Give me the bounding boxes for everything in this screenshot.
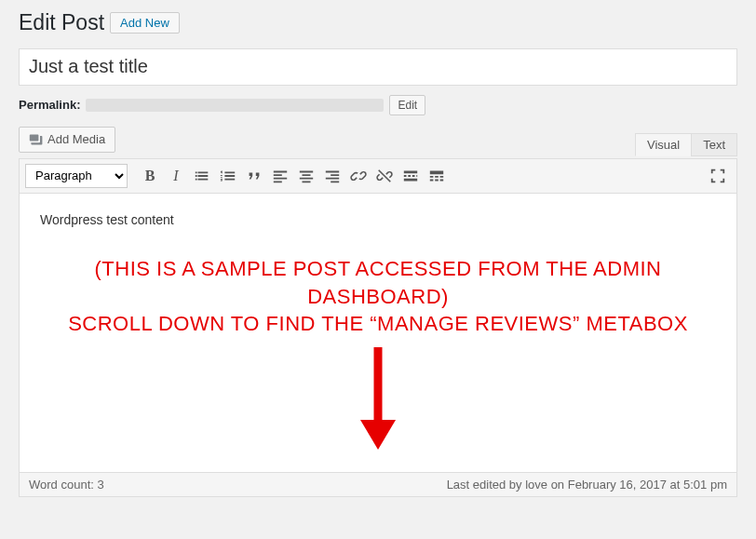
- editor-status-bar: Word count: 3 Last edited by love on Feb…: [19, 473, 737, 497]
- permalink-label: Permalink:: [19, 98, 80, 112]
- add-media-button[interactable]: Add Media: [19, 127, 115, 153]
- numbered-list-icon: [220, 168, 236, 184]
- tab-visual[interactable]: Visual: [635, 133, 692, 156]
- align-left-button[interactable]: [267, 163, 293, 189]
- unlink-icon: [376, 168, 393, 184]
- page-title: Edit Post: [19, 9, 104, 37]
- editor-toolbar: Paragraph B I: [19, 158, 737, 194]
- permalink-url-blurred: [86, 99, 384, 112]
- readmore-button[interactable]: [398, 163, 424, 189]
- post-content: Wordpress test content: [40, 212, 716, 227]
- word-count: Word count: 3: [29, 478, 104, 492]
- add-new-button[interactable]: Add New: [110, 12, 180, 34]
- link-icon: [350, 168, 367, 184]
- align-right-button[interactable]: [319, 163, 345, 189]
- annotation-line-1: (This is a sample post accessed from the…: [40, 255, 716, 310]
- arrow-down-icon: [355, 347, 401, 450]
- bullet-list-icon: [194, 168, 210, 184]
- align-right-icon: [324, 168, 341, 184]
- add-media-label: Add Media: [47, 132, 105, 146]
- tab-text[interactable]: Text: [691, 133, 737, 156]
- post-title-input[interactable]: [19, 48, 737, 86]
- align-center-icon: [298, 168, 315, 184]
- editor-content-area[interactable]: Wordpress test content (This is a sample…: [19, 194, 737, 473]
- permalink-edit-button[interactable]: Edit: [389, 95, 425, 115]
- quote-icon: [246, 168, 263, 184]
- align-left-icon: [272, 168, 289, 184]
- svg-marker-1: [360, 420, 396, 450]
- italic-button[interactable]: I: [163, 163, 189, 189]
- toolbar-toggle-icon: [428, 168, 445, 184]
- align-center-button[interactable]: [293, 163, 319, 189]
- unlink-button[interactable]: [371, 163, 398, 189]
- fullscreen-icon: [709, 168, 726, 184]
- annotation-overlay: (This is a sample post accessed from the…: [40, 255, 716, 338]
- permalink-row: Permalink: Edit: [19, 86, 737, 127]
- annotation-line-2: Scroll down to find the “Manage Reviews”…: [40, 310, 716, 338]
- blockquote-button[interactable]: [241, 163, 267, 189]
- media-icon: [29, 132, 44, 147]
- bold-button[interactable]: B: [137, 163, 163, 189]
- numbered-list-button[interactable]: [215, 163, 241, 189]
- format-select[interactable]: Paragraph: [25, 164, 128, 188]
- last-edited: Last edited by love on February 16, 2017…: [447, 478, 727, 492]
- toolbar-toggle-button[interactable]: [424, 163, 450, 189]
- bullet-list-button[interactable]: [189, 163, 215, 189]
- fullscreen-button[interactable]: [705, 163, 731, 189]
- readmore-icon: [402, 168, 419, 184]
- link-button[interactable]: [345, 163, 371, 189]
